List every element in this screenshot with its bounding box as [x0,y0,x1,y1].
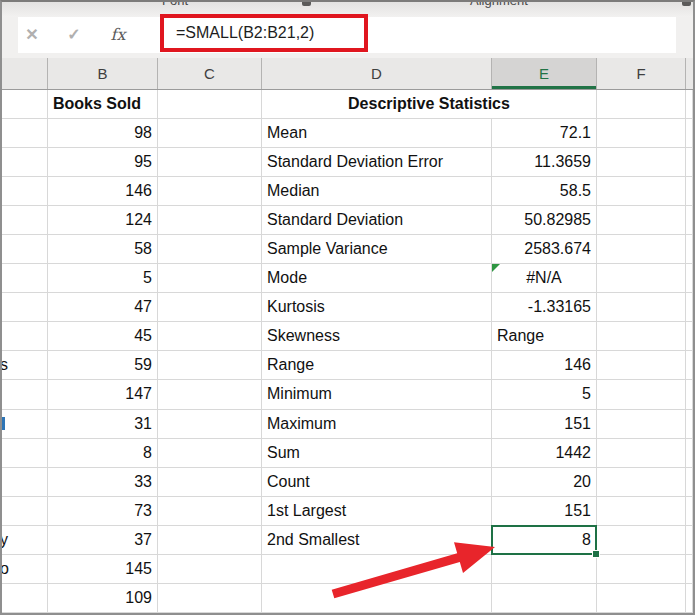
cell-f[interactable] [597,497,686,526]
cell-f[interactable] [597,119,686,148]
books-sold-value-cell[interactable]: 146 [48,177,158,206]
statistic-value-cell[interactable]: -1.33165 [492,293,597,322]
statistic-value-cell[interactable]: Range [492,322,597,351]
cell-a-fragment[interactable] [2,410,48,439]
cell-c[interactable] [158,439,262,468]
cell-f[interactable] [597,206,686,235]
cell-c[interactable] [158,119,262,148]
column-header-c[interactable]: C [158,58,262,89]
cell-a-fragment[interactable] [2,497,48,526]
cell-f[interactable] [597,555,686,584]
cell-a-fragment[interactable] [2,322,48,351]
books-sold-value-cell[interactable]: 8 [48,439,158,468]
statistic-value-cell[interactable]: 1442 [492,439,597,468]
statistic-value-cell[interactable]: 151 [492,497,597,526]
insert-function-icon[interactable]: fx [106,17,130,53]
statistic-label-cell[interactable] [262,555,492,584]
descriptive-statistics-title-cell[interactable]: Descriptive Statistics [262,90,597,119]
cell-c[interactable] [158,351,262,380]
cell-f[interactable] [597,439,686,468]
cell-a-fragment[interactable] [2,206,48,235]
cell-g-sliver[interactable] [686,148,693,177]
cell-c[interactable] [158,410,262,439]
statistic-label-cell[interactable]: Maximum [262,410,492,439]
statistic-value-cell[interactable]: 58.5 [492,177,597,206]
cell-g-sliver[interactable] [686,439,693,468]
statistic-value-cell[interactable]: 146 [492,351,597,380]
cell-c[interactable] [158,148,262,177]
column-header-g-sliver[interactable] [686,58,693,89]
statistic-label-cell[interactable]: Minimum [262,380,492,409]
books-sold-value-cell[interactable]: 33 [48,468,158,497]
cell-c[interactable] [158,380,262,409]
statistic-value-cell[interactable] [492,584,597,613]
cell-a-fragment[interactable]: y [2,526,48,555]
books-sold-value-cell[interactable]: 58 [48,235,158,264]
cell-g-sliver[interactable] [686,293,693,322]
cell-f[interactable] [597,148,686,177]
statistic-label-cell[interactable]: Mode [262,264,492,293]
column-header-d[interactable]: D [262,58,492,89]
cell-g-sliver[interactable] [686,380,693,409]
books-sold-value-cell[interactable]: 37 [48,526,158,555]
cell-f[interactable] [597,584,686,613]
cell-g-sliver[interactable] [686,555,693,584]
column-header-f[interactable]: F [597,58,686,89]
dialog-launcher-icon[interactable] [682,2,691,6]
cell-g-sliver[interactable] [686,497,693,526]
statistic-value-cell[interactable] [492,555,597,584]
cell-a-fragment[interactable] [2,119,48,148]
books-sold-value-cell[interactable]: 5 [48,264,158,293]
statistic-label-cell[interactable]: Skewness [262,322,492,351]
cell-f[interactable] [597,468,686,497]
statistic-value-cell[interactable]: 20 [492,468,597,497]
cell-a-fragment[interactable] [2,468,48,497]
column-header-e-selected[interactable]: E [492,58,597,89]
statistic-value-cell[interactable]: 72.1 [492,119,597,148]
column-header-a-sliver[interactable] [2,58,48,89]
cell-a[interactable] [2,90,48,119]
cancel-icon[interactable]: ✕ [20,17,44,53]
cell-g-sliver[interactable] [686,468,693,497]
books-sold-value-cell[interactable]: 45 [48,322,158,351]
cell-a-fragment[interactable] [2,439,48,468]
cell-g-sliver[interactable] [686,526,693,555]
column-header-b[interactable]: B [48,58,158,89]
cell-f[interactable] [597,351,686,380]
formula-input[interactable]: =SMALL(B2:B21,2) [164,18,364,48]
cell-c[interactable] [158,584,262,613]
cell-c[interactable] [158,177,262,206]
cell-f[interactable] [597,293,686,322]
cell-c[interactable] [158,555,262,584]
cell-g-sliver[interactable] [686,410,693,439]
books-sold-value-cell[interactable]: 31 [48,410,158,439]
cell-g-sliver[interactable] [686,322,693,351]
cell-a-fragment[interactable]: s [2,351,48,380]
cell-c[interactable] [158,526,262,555]
statistic-label-cell[interactable]: 2nd Smallest [262,526,492,555]
books-sold-value-cell[interactable]: 147 [48,380,158,409]
statistic-value-cell[interactable]: 5 [492,380,597,409]
statistic-value-cell[interactable]: 151 [492,410,597,439]
cell-g-sliver[interactable] [686,264,693,293]
cell-a-fragment[interactable] [2,264,48,293]
cell-c[interactable] [158,235,262,264]
statistic-value-cell[interactable]: 11.3659 [492,148,597,177]
statistic-label-cell[interactable]: Sample Variance [262,235,492,264]
statistic-label-cell[interactable]: Kurtosis [262,293,492,322]
cell-f[interactable] [597,235,686,264]
statistic-label-cell[interactable]: Count [262,468,492,497]
cell-c[interactable] [158,90,262,119]
statistic-label-cell[interactable]: Sum [262,439,492,468]
cell-f[interactable] [597,322,686,351]
cell-g-sliver[interactable] [686,235,693,264]
cell-a-fragment[interactable] [2,235,48,264]
cell-c[interactable] [158,293,262,322]
books-sold-value-cell[interactable]: 59 [48,351,158,380]
cell-g-sliver[interactable] [686,90,693,119]
cell-f[interactable] [597,380,686,409]
statistic-label-cell[interactable]: 1st Largest [262,497,492,526]
cell-g-sliver[interactable] [686,206,693,235]
cell-f[interactable] [597,526,686,555]
statistic-label-cell[interactable]: Standard Deviation [262,206,492,235]
